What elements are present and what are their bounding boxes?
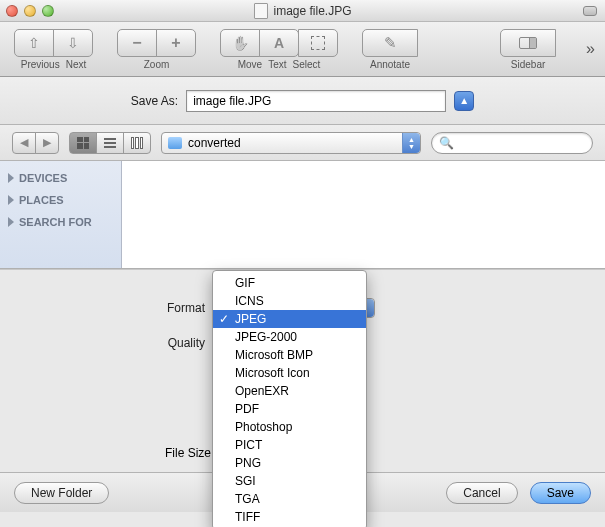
format-menu-item[interactable]: Microsoft BMP bbox=[213, 346, 366, 364]
format-menu-item[interactable]: TGA bbox=[213, 490, 366, 508]
nav-back-button[interactable]: ◀ bbox=[12, 132, 36, 154]
sidebar-label-devices: DEVICES bbox=[19, 172, 67, 184]
file-listing[interactable] bbox=[122, 161, 605, 268]
select-label: Select bbox=[293, 59, 321, 70]
sidebar-group-devices[interactable]: DEVICES bbox=[0, 167, 121, 189]
format-label: Format bbox=[20, 301, 205, 315]
format-menu-item[interactable]: JPEG-2000 bbox=[213, 328, 366, 346]
format-menu-item[interactable]: PNG bbox=[213, 454, 366, 472]
columns-icon bbox=[131, 137, 143, 149]
sidebar-label-search: SEARCH FOR bbox=[19, 216, 92, 228]
plus-icon bbox=[171, 34, 180, 52]
format-menu[interactable]: GIFICNSJPEGJPEG-2000Microsoft BMPMicroso… bbox=[212, 270, 367, 527]
save-button[interactable]: Save bbox=[530, 482, 591, 504]
window-title: image file.JPG bbox=[273, 4, 351, 18]
hand-icon bbox=[232, 34, 249, 52]
search-field[interactable] bbox=[431, 132, 593, 154]
window-titlebar: image file.JPG bbox=[0, 0, 605, 22]
next-button[interactable] bbox=[53, 29, 93, 57]
location-label: converted bbox=[188, 136, 241, 150]
sidebar-label-places: PLACES bbox=[19, 194, 64, 206]
nav-forward-button[interactable]: ▶ bbox=[35, 132, 59, 154]
view-columns-button[interactable] bbox=[123, 132, 151, 154]
format-menu-item[interactable]: TIFF bbox=[213, 508, 366, 526]
popup-arrows-icon: ▲▼ bbox=[402, 133, 420, 153]
zoom-label: Zoom bbox=[144, 59, 170, 70]
selection-icon bbox=[311, 36, 325, 50]
sidebar-icon bbox=[519, 37, 537, 49]
format-menu-item[interactable]: Microsoft Icon bbox=[213, 364, 366, 382]
previous-button[interactable] bbox=[14, 29, 54, 57]
annotate-icon bbox=[384, 34, 397, 52]
arrow-up-icon bbox=[28, 34, 40, 52]
format-menu-item[interactable]: SGI bbox=[213, 472, 366, 490]
document-proxy-icon[interactable] bbox=[253, 3, 267, 19]
folder-icon bbox=[168, 137, 182, 149]
expand-collapse-button[interactable]: ▲ bbox=[454, 91, 474, 111]
annotate-button[interactable] bbox=[362, 29, 418, 57]
move-mode-button[interactable] bbox=[220, 29, 260, 57]
previous-label: Previous bbox=[21, 59, 60, 70]
format-menu-item[interactable]: PDF bbox=[213, 400, 366, 418]
zoom-out-button[interactable] bbox=[117, 29, 157, 57]
disclosure-triangle-icon bbox=[8, 195, 14, 205]
toolbar-pill-button[interactable] bbox=[583, 6, 597, 16]
format-menu-item[interactable]: ICNS bbox=[213, 292, 366, 310]
text-mode-button[interactable] bbox=[259, 29, 299, 57]
new-folder-button[interactable]: New Folder bbox=[14, 482, 109, 504]
format-menu-item[interactable]: PICT bbox=[213, 436, 366, 454]
move-label: Move bbox=[238, 59, 262, 70]
view-icons-button[interactable] bbox=[69, 132, 97, 154]
search-icon: 🔍 bbox=[439, 136, 454, 150]
grid-icon bbox=[77, 137, 89, 149]
view-list-button[interactable] bbox=[96, 132, 124, 154]
zoom-in-button[interactable] bbox=[156, 29, 196, 57]
annotate-label: Annotate bbox=[370, 59, 410, 70]
sidebar-toggle-button[interactable] bbox=[500, 29, 556, 57]
quality-label: Quality bbox=[20, 336, 205, 350]
text-label: Text bbox=[268, 59, 286, 70]
close-window-button[interactable] bbox=[6, 5, 18, 17]
toolbar-overflow-button[interactable]: » bbox=[586, 40, 595, 58]
file-browser-body: DEVICES PLACES SEARCH FOR bbox=[0, 161, 605, 269]
save-as-row: Save As: ▲ bbox=[0, 77, 605, 125]
sidebar-group-places[interactable]: PLACES bbox=[0, 189, 121, 211]
app-toolbar: Previous Next Zoom Move Text Select Anno… bbox=[0, 22, 605, 77]
select-mode-button[interactable] bbox=[298, 29, 338, 57]
list-icon bbox=[104, 138, 116, 148]
sidebar-group-search[interactable]: SEARCH FOR bbox=[0, 211, 121, 233]
disclosure-triangle-icon bbox=[8, 217, 14, 227]
format-menu-item[interactable]: OpenEXR bbox=[213, 382, 366, 400]
filename-field[interactable] bbox=[186, 90, 446, 112]
minus-icon bbox=[132, 34, 141, 52]
minimize-window-button[interactable] bbox=[24, 5, 36, 17]
filesize-label: File Size bbox=[165, 446, 211, 460]
disclosure-triangle-icon bbox=[8, 173, 14, 183]
zoom-window-button[interactable] bbox=[42, 5, 54, 17]
window-controls bbox=[6, 5, 54, 17]
cancel-button[interactable]: Cancel bbox=[446, 482, 517, 504]
arrow-down-icon bbox=[67, 34, 79, 52]
format-menu-item[interactable]: GIF bbox=[213, 274, 366, 292]
sidebar: DEVICES PLACES SEARCH FOR bbox=[0, 161, 122, 268]
sidebar-label: Sidebar bbox=[511, 59, 545, 70]
location-popup[interactable]: converted ▲▼ bbox=[161, 132, 421, 154]
save-as-label: Save As: bbox=[131, 94, 178, 108]
format-menu-item[interactable]: JPEG bbox=[213, 310, 366, 328]
format-menu-item[interactable]: Photoshop bbox=[213, 418, 366, 436]
next-label: Next bbox=[66, 59, 87, 70]
text-icon bbox=[274, 34, 284, 52]
file-browser-header: ◀ ▶ converted ▲▼ 🔍 bbox=[0, 125, 605, 161]
